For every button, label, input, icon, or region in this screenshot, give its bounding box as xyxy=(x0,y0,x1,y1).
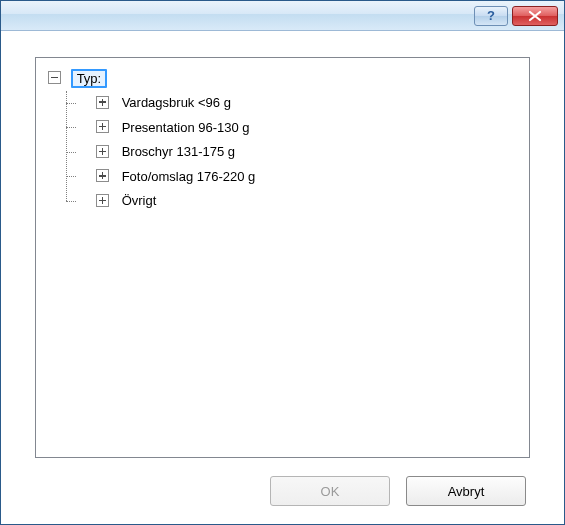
expand-icon[interactable] xyxy=(96,145,109,158)
tree-item-label[interactable]: Foto/omslag 176-220 g xyxy=(119,168,259,185)
titlebar: ? xyxy=(1,1,564,31)
expand-icon[interactable] xyxy=(96,120,109,133)
close-button[interactable] xyxy=(512,6,558,26)
ok-button[interactable]: OK xyxy=(270,476,390,506)
expand-icon[interactable] xyxy=(96,194,109,207)
dialog-client: Typ: Vardagsbruk <96 g Presentation 96-1… xyxy=(1,31,564,524)
tree: Typ: Vardagsbruk <96 g Presentation 96-1… xyxy=(48,66,525,213)
tree-item[interactable]: Övrigt xyxy=(76,189,525,214)
tree-item-label[interactable]: Presentation 96-130 g xyxy=(119,119,253,136)
tree-item[interactable]: Vardagsbruk <96 g xyxy=(76,91,525,116)
help-icon: ? xyxy=(487,8,495,23)
tree-item[interactable]: Foto/omslag 176-220 g xyxy=(76,164,525,189)
tree-item-label[interactable]: Vardagsbruk <96 g xyxy=(119,94,234,111)
close-icon xyxy=(528,10,542,22)
dialog-window: ? Typ: Vardagsbruk <96 g xyxy=(0,0,565,525)
button-row: OK Avbryt xyxy=(35,458,530,506)
tree-item-label[interactable]: Övrigt xyxy=(119,192,160,209)
tree-item[interactable]: Broschyr 131-175 g xyxy=(76,140,525,165)
expand-icon[interactable] xyxy=(96,96,109,109)
tree-root[interactable]: Typ: Vardagsbruk <96 g Presentation 96-1… xyxy=(48,66,525,213)
expand-icon[interactable] xyxy=(96,169,109,182)
tree-item-label[interactable]: Broschyr 131-175 g xyxy=(119,143,238,160)
tree-item[interactable]: Presentation 96-130 g xyxy=(76,115,525,140)
collapse-icon[interactable] xyxy=(48,71,61,84)
tree-children: Vardagsbruk <96 g Presentation 96-130 g … xyxy=(58,91,525,214)
tree-root-label[interactable]: Typ: xyxy=(71,69,108,88)
cancel-button[interactable]: Avbryt xyxy=(406,476,526,506)
tree-panel[interactable]: Typ: Vardagsbruk <96 g Presentation 96-1… xyxy=(35,57,530,458)
help-button[interactable]: ? xyxy=(474,6,508,26)
